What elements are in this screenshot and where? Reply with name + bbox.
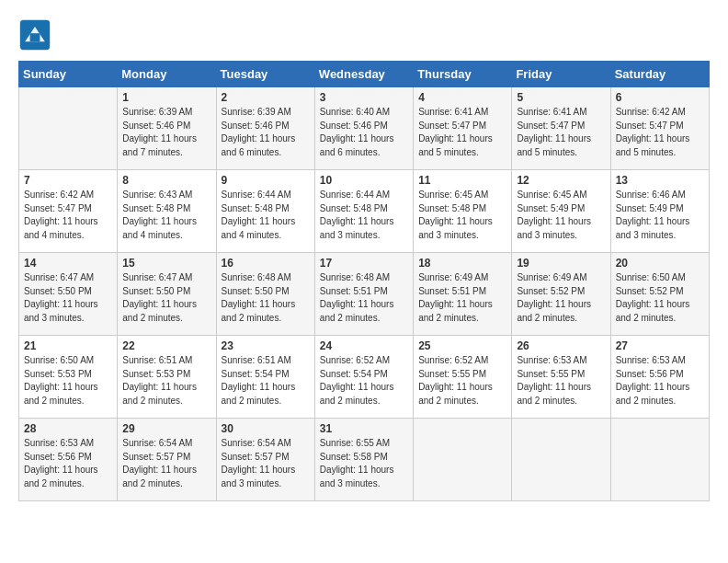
calendar-cell: 16Sunrise: 6:48 AM Sunset: 5:50 PM Dayli… bbox=[216, 253, 314, 336]
day-number: 30 bbox=[222, 422, 310, 435]
calendar-cell: 25Sunrise: 6:52 AM Sunset: 5:55 PM Dayli… bbox=[414, 336, 512, 419]
column-header-monday: Monday bbox=[118, 62, 216, 87]
column-header-tuesday: Tuesday bbox=[216, 62, 314, 87]
day-info: Sunrise: 6:53 AM Sunset: 5:56 PM Dayligh… bbox=[24, 437, 112, 490]
calendar-cell: 31Sunrise: 6:55 AM Sunset: 5:58 PM Dayli… bbox=[314, 419, 413, 501]
day-info: Sunrise: 6:45 AM Sunset: 5:48 PM Dayligh… bbox=[418, 189, 506, 242]
calendar-cell: 23Sunrise: 6:51 AM Sunset: 5:54 PM Dayli… bbox=[216, 336, 314, 419]
day-info: Sunrise: 6:50 AM Sunset: 5:52 PM Dayligh… bbox=[616, 271, 704, 325]
calendar-cell: 12Sunrise: 6:45 AM Sunset: 5:49 PM Dayli… bbox=[512, 170, 610, 253]
column-header-wednesday: Wednesday bbox=[314, 62, 413, 87]
day-number: 18 bbox=[418, 257, 506, 270]
day-info: Sunrise: 6:53 AM Sunset: 5:56 PM Dayligh… bbox=[616, 354, 704, 408]
calendar-cell: 17Sunrise: 6:48 AM Sunset: 5:51 PM Dayli… bbox=[314, 253, 413, 336]
day-number: 25 bbox=[418, 339, 506, 352]
calendar-cell: 11Sunrise: 6:45 AM Sunset: 5:48 PM Dayli… bbox=[414, 170, 512, 253]
calendar-cell: 29Sunrise: 6:54 AM Sunset: 5:57 PM Dayli… bbox=[118, 419, 216, 501]
calendar-table: SundayMondayTuesdayWednesdayThursdayFrid… bbox=[18, 61, 710, 501]
day-number: 17 bbox=[320, 257, 408, 270]
day-number: 6 bbox=[616, 91, 704, 104]
calendar-week-row: 14Sunrise: 6:47 AM Sunset: 5:50 PM Dayli… bbox=[19, 253, 710, 336]
calendar-cell: 22Sunrise: 6:51 AM Sunset: 5:53 PM Dayli… bbox=[118, 336, 216, 419]
calendar-cell: 19Sunrise: 6:49 AM Sunset: 5:52 PM Dayli… bbox=[512, 253, 610, 336]
day-number: 26 bbox=[517, 339, 605, 352]
calendar-cell: 24Sunrise: 6:52 AM Sunset: 5:54 PM Dayli… bbox=[314, 336, 413, 419]
calendar-cell: 7Sunrise: 6:42 AM Sunset: 5:47 PM Daylig… bbox=[19, 170, 118, 253]
calendar-cell bbox=[19, 87, 118, 170]
calendar-cell: 2Sunrise: 6:39 AM Sunset: 5:46 PM Daylig… bbox=[216, 87, 314, 170]
calendar-cell: 30Sunrise: 6:54 AM Sunset: 5:57 PM Dayli… bbox=[216, 419, 314, 501]
calendar-cell bbox=[414, 419, 512, 501]
day-info: Sunrise: 6:54 AM Sunset: 5:57 PM Dayligh… bbox=[122, 437, 210, 490]
calendar-cell: 26Sunrise: 6:53 AM Sunset: 5:55 PM Dayli… bbox=[512, 336, 610, 419]
day-info: Sunrise: 6:49 AM Sunset: 5:51 PM Dayligh… bbox=[418, 271, 506, 325]
calendar-cell: 5Sunrise: 6:41 AM Sunset: 5:47 PM Daylig… bbox=[512, 87, 610, 170]
day-info: Sunrise: 6:52 AM Sunset: 5:54 PM Dayligh… bbox=[320, 354, 408, 408]
calendar-cell: 27Sunrise: 6:53 AM Sunset: 5:56 PM Dayli… bbox=[610, 336, 709, 419]
day-number: 15 bbox=[122, 257, 210, 270]
day-info: Sunrise: 6:49 AM Sunset: 5:52 PM Dayligh… bbox=[517, 271, 605, 325]
day-info: Sunrise: 6:41 AM Sunset: 5:47 PM Dayligh… bbox=[517, 106, 605, 159]
calendar-cell: 15Sunrise: 6:47 AM Sunset: 5:50 PM Dayli… bbox=[118, 253, 216, 336]
calendar-cell: 21Sunrise: 6:50 AM Sunset: 5:53 PM Dayli… bbox=[19, 336, 118, 419]
calendar-cell: 28Sunrise: 6:53 AM Sunset: 5:56 PM Dayli… bbox=[19, 419, 118, 501]
calendar-cell: 8Sunrise: 6:43 AM Sunset: 5:48 PM Daylig… bbox=[118, 170, 216, 253]
calendar-cell: 20Sunrise: 6:50 AM Sunset: 5:52 PM Dayli… bbox=[610, 253, 709, 336]
day-info: Sunrise: 6:44 AM Sunset: 5:48 PM Dayligh… bbox=[320, 189, 408, 242]
calendar-cell: 14Sunrise: 6:47 AM Sunset: 5:50 PM Dayli… bbox=[19, 253, 118, 336]
day-info: Sunrise: 6:42 AM Sunset: 5:47 PM Dayligh… bbox=[616, 106, 704, 159]
day-number: 22 bbox=[122, 339, 210, 352]
day-number: 13 bbox=[616, 174, 704, 187]
day-number: 9 bbox=[222, 174, 310, 187]
calendar-cell bbox=[512, 419, 610, 501]
calendar-cell: 10Sunrise: 6:44 AM Sunset: 5:48 PM Dayli… bbox=[314, 170, 413, 253]
day-number: 23 bbox=[222, 339, 310, 352]
day-info: Sunrise: 6:52 AM Sunset: 5:55 PM Dayligh… bbox=[418, 354, 506, 408]
day-number: 11 bbox=[418, 174, 506, 187]
day-info: Sunrise: 6:51 AM Sunset: 5:54 PM Dayligh… bbox=[222, 354, 310, 408]
day-number: 1 bbox=[122, 91, 210, 104]
day-info: Sunrise: 6:39 AM Sunset: 5:46 PM Dayligh… bbox=[122, 106, 210, 159]
calendar-cell: 3Sunrise: 6:40 AM Sunset: 5:46 PM Daylig… bbox=[314, 87, 413, 170]
day-number: 16 bbox=[222, 257, 310, 270]
day-number: 28 bbox=[24, 422, 112, 435]
day-number: 21 bbox=[24, 339, 112, 352]
calendar-cell: 6Sunrise: 6:42 AM Sunset: 5:47 PM Daylig… bbox=[610, 87, 709, 170]
day-number: 8 bbox=[122, 174, 210, 187]
day-info: Sunrise: 6:43 AM Sunset: 5:48 PM Dayligh… bbox=[122, 189, 210, 242]
column-header-thursday: Thursday bbox=[414, 62, 512, 87]
logo bbox=[18, 18, 55, 52]
day-info: Sunrise: 6:46 AM Sunset: 5:49 PM Dayligh… bbox=[616, 189, 704, 242]
day-number: 12 bbox=[517, 174, 605, 187]
day-info: Sunrise: 6:48 AM Sunset: 5:50 PM Dayligh… bbox=[222, 271, 310, 325]
column-header-friday: Friday bbox=[512, 62, 610, 87]
day-number: 20 bbox=[616, 257, 704, 270]
day-number: 29 bbox=[122, 422, 210, 435]
svg-rect-2 bbox=[30, 33, 40, 41]
day-info: Sunrise: 6:55 AM Sunset: 5:58 PM Dayligh… bbox=[320, 437, 408, 490]
day-info: Sunrise: 6:50 AM Sunset: 5:53 PM Dayligh… bbox=[24, 354, 112, 408]
day-number: 2 bbox=[222, 91, 310, 104]
day-number: 27 bbox=[616, 339, 704, 352]
day-info: Sunrise: 6:45 AM Sunset: 5:49 PM Dayligh… bbox=[517, 189, 605, 242]
calendar-cell: 9Sunrise: 6:44 AM Sunset: 5:48 PM Daylig… bbox=[216, 170, 314, 253]
day-info: Sunrise: 6:48 AM Sunset: 5:51 PM Dayligh… bbox=[320, 271, 408, 325]
calendar-body: 1Sunrise: 6:39 AM Sunset: 5:46 PM Daylig… bbox=[19, 87, 710, 501]
day-number: 24 bbox=[320, 339, 408, 352]
logo-icon bbox=[18, 18, 51, 52]
calendar-cell bbox=[610, 419, 709, 501]
calendar-week-row: 28Sunrise: 6:53 AM Sunset: 5:56 PM Dayli… bbox=[19, 419, 710, 501]
day-info: Sunrise: 6:47 AM Sunset: 5:50 PM Dayligh… bbox=[24, 271, 112, 325]
day-info: Sunrise: 6:41 AM Sunset: 5:47 PM Dayligh… bbox=[418, 106, 506, 159]
day-number: 14 bbox=[24, 257, 112, 270]
day-info: Sunrise: 6:39 AM Sunset: 5:46 PM Dayligh… bbox=[222, 106, 310, 159]
page-header bbox=[18, 18, 710, 52]
day-info: Sunrise: 6:47 AM Sunset: 5:50 PM Dayligh… bbox=[122, 271, 210, 325]
day-info: Sunrise: 6:44 AM Sunset: 5:48 PM Dayligh… bbox=[222, 189, 310, 242]
day-info: Sunrise: 6:51 AM Sunset: 5:53 PM Dayligh… bbox=[122, 354, 210, 408]
calendar-cell: 13Sunrise: 6:46 AM Sunset: 5:49 PM Dayli… bbox=[610, 170, 709, 253]
day-number: 10 bbox=[320, 174, 408, 187]
day-number: 5 bbox=[517, 91, 605, 104]
day-number: 3 bbox=[320, 91, 408, 104]
day-number: 7 bbox=[24, 174, 112, 187]
